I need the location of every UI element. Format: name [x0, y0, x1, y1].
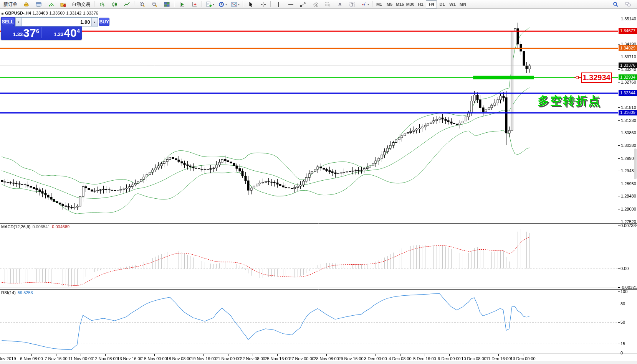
price-tick-label: 1.28000 [621, 206, 636, 212]
auto-scroll-icon[interactable] [176, 0, 188, 8]
time-axis-label: 11 Nov 00:00 [68, 356, 93, 361]
ohlc-open: 1.33408 [33, 11, 48, 15]
chart-shift-icon[interactable] [189, 0, 200, 8]
toolbar-separator [94, 1, 95, 7]
vertical-line-icon[interactable] [273, 0, 284, 8]
sell-price-point: 6 [36, 28, 39, 34]
trendline-icon[interactable] [297, 0, 309, 8]
timeframe-button-m15[interactable]: M15 [395, 1, 405, 8]
price-tick-label: 1.33710 [621, 54, 636, 59]
signals-icon[interactable] [45, 0, 56, 8]
buy-price-point: 4 [77, 28, 80, 34]
price-tick-label: 1.35140 [621, 16, 636, 21]
toolbar-separator [372, 1, 373, 7]
dropdown-caret-icon: ▾ [225, 3, 227, 6]
main-toolbar: 新订单自动交易▾▾▾EFAT▾M1M5M15M30H1H4D1W1MN [0, 0, 637, 9]
buy-price-pips: 40 [64, 28, 76, 38]
zoom-in-icon[interactable] [136, 0, 148, 8]
zoom-out-icon[interactable] [149, 0, 160, 8]
price-tick-label: 1.28480 [621, 193, 636, 199]
rsi-scale-label: 80 [620, 301, 625, 306]
price-tick-label: 1.28950 [621, 181, 636, 186]
rsi-scale-label: 100 [620, 289, 627, 294]
tile-windows-icon[interactable] [161, 0, 172, 8]
time-axis-label: 13 Nov 16:00 [117, 356, 142, 361]
time-axis-label: 19 Nov 16:00 [191, 356, 216, 361]
timeframe-button-h1[interactable]: H1 [415, 1, 426, 8]
chart-area: GBPUSD-,H41.334081.335601.331421.33376 S… [0, 9, 637, 364]
chat-icon[interactable] [622, 0, 634, 8]
timeframe-button-w1[interactable]: W1 [447, 1, 458, 8]
buy-button[interactable]: BUY [99, 18, 109, 26]
timeframe-button-m30[interactable]: M30 [405, 1, 415, 8]
candlestick-chart-icon[interactable] [109, 0, 120, 8]
time-axis-label: 22 Nov 08:00 [240, 356, 265, 361]
macd-signal-value: 0.004689 [52, 224, 69, 229]
buy-price-figure: 1.33 [54, 31, 63, 37]
time-axis-label: Nov 2019 [0, 356, 16, 361]
level-price-label[interactable]: 1.32934 [581, 72, 612, 83]
price-level-badge: 1.34677 [619, 28, 637, 34]
arrow-objects-icon[interactable]: ▾ [359, 0, 371, 8]
rsi-value: 59.5253 [18, 290, 33, 295]
volume-input[interactable] [22, 18, 91, 26]
autotrading-button[interactable]: 自动交易 [69, 0, 93, 8]
time-axis-label: 6 Nov 08:00 [20, 356, 43, 361]
ohlc-high: 1.33560 [50, 11, 65, 15]
rsi-indicator-label: RSI(14)59.5253 [1, 290, 33, 295]
time-axis-label: 5 Dec 16:00 [413, 356, 436, 361]
symbol-period-label: GBPUSD-,H4 [5, 11, 31, 15]
time-axis-label: 3 Dec 00:00 [364, 356, 387, 361]
templates-icon[interactable]: ▾ [229, 0, 241, 8]
horizontal-line-icon[interactable] [285, 0, 296, 8]
new-order-button[interactable]: 新订单 [1, 0, 20, 8]
macd-value: 0.006541 [32, 224, 50, 229]
timeframe-button-h4[interactable]: H4 [426, 0, 437, 8]
price-tick-label: 1.31330 [621, 118, 636, 123]
volume-increase-button[interactable]: ▲ [91, 18, 98, 26]
toolbar-separator [270, 1, 271, 7]
chart-title: GBPUSD-,H41.334081.335601.331421.33376 [2, 11, 100, 15]
fibonacci-icon[interactable]: F [322, 0, 333, 8]
time-axis-label: 27 Nov 00:00 [289, 356, 314, 361]
time-axis-label: 25 Nov 16:00 [265, 356, 290, 361]
text-label-icon[interactable]: T [346, 0, 358, 8]
scrollbar-thumb[interactable] [634, 148, 637, 179]
time-axis-label: 29 Nov 16:00 [338, 356, 363, 361]
indicators-icon[interactable]: ▾ [204, 0, 216, 8]
time-axis-label: 15 Nov 00:00 [142, 356, 167, 361]
volume-decrease-button[interactable]: ▼ [15, 18, 22, 26]
timeframe-button-m5[interactable]: M5 [384, 1, 395, 8]
timeframe-button-m1[interactable]: M1 [374, 1, 384, 8]
current-price-badge: 1.33376 [619, 63, 637, 68]
sell-price[interactable]: 1.33 37 6 [1, 26, 41, 39]
toolbar-separator [134, 1, 135, 7]
price-chart-canvas[interactable] [0, 9, 637, 364]
time-axis-label: 13 Dec 00:00 [510, 356, 535, 361]
periods-icon[interactable]: ▾ [217, 0, 228, 8]
buy-price[interactable]: 1.33 40 4 [41, 26, 82, 39]
data-folder-icon[interactable] [57, 0, 69, 8]
sell-price-figure: 1.33 [13, 31, 23, 37]
bar-chart-icon[interactable] [96, 0, 108, 8]
timeframe-button-d1[interactable]: D1 [437, 1, 447, 8]
search-icon[interactable] [610, 0, 621, 8]
turning-point-annotation[interactable]: 多空转折点 [538, 93, 601, 109]
rsi-scale-label: 15 [620, 341, 625, 346]
dropdown-caret-icon: ▾ [213, 3, 214, 6]
crosshair-icon[interactable] [257, 0, 269, 8]
svg-text:T: T [351, 3, 354, 7]
chart-gold-icon[interactable] [20, 0, 32, 8]
mt4-terminal-window: 新订单自动交易▾▾▾EFAT▾M1M5M15M30H1H4D1W1MN GBPU… [0, 0, 637, 364]
sell-button[interactable]: SELL [2, 18, 14, 26]
equidistant-channel-icon[interactable]: E [309, 0, 321, 8]
time-axis-label: 21 Nov 00:00 [215, 356, 240, 361]
timeframe-button-mn[interactable]: MN [458, 1, 468, 8]
cursor-icon[interactable] [245, 0, 256, 8]
text-icon[interactable]: A [334, 0, 346, 8]
rsi-scale-label: 50 [620, 320, 625, 325]
price-tick-label: 1.30380 [621, 143, 636, 148]
line-chart-icon[interactable] [121, 0, 132, 8]
macd-indicator-label: MACD(12,26,9)0.0065410.004689 [1, 224, 69, 229]
terminal-icon[interactable] [33, 0, 44, 8]
